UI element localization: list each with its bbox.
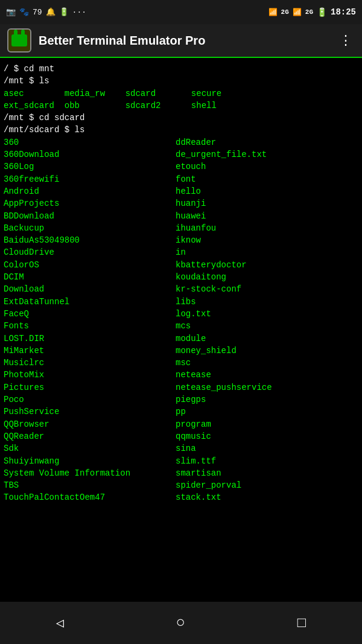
terminal-col-right: netease	[176, 369, 211, 381]
terminal-line: /mnt $ ls	[4, 75, 358, 87]
app-icon	[7, 28, 31, 53]
terminal-line: Backucupihuanfou	[4, 222, 358, 234]
terminal-line: QQReaderqqmusic	[4, 430, 358, 442]
terminal-col-right: etouch	[176, 161, 206, 173]
status-icon-1: 📷	[6, 7, 16, 17]
title-bar: Better Terminal Emulator Pro ⋮	[0, 24, 362, 58]
status-battery-text: 79	[33, 8, 42, 17]
terminal-col-right: smartisan	[176, 467, 221, 479]
terminal-col-left: PhotoMix	[4, 369, 176, 381]
nav-bar	[0, 602, 362, 644]
terminal-col-right: huanji	[176, 197, 206, 209]
terminal-col-right: huawei	[176, 210, 206, 222]
terminal-line: 360Downloadde_urgent_file.txt	[4, 148, 358, 161]
terminal-col-left: Musiclrc	[4, 357, 176, 369]
terminal-col-right: font	[176, 173, 196, 185]
app-title: Better Terminal Emulator Pro	[39, 34, 337, 48]
terminal-line: System Volume Informationsmartisan	[4, 467, 358, 479]
terminal-col-right: module	[176, 333, 206, 345]
terminal-line: Picturesnetease_pushservice	[4, 381, 358, 394]
terminal-col-right: kbatterydoctor	[176, 259, 247, 271]
terminal-line: 360ddReader	[4, 136, 358, 148]
terminal-col-left: LOST.DIR	[4, 333, 176, 345]
terminal-col-left: PushService	[4, 406, 176, 418]
terminal-col-right: spider_porval	[176, 479, 241, 491]
terminal-col-right: piegps	[176, 394, 206, 406]
terminal-col-left: BDDownload	[4, 210, 176, 222]
terminal-line: Fontsmcs	[4, 320, 358, 332]
status-icon-2: 🐾	[19, 7, 29, 17]
menu-button[interactable]: ⋮	[337, 33, 355, 49]
terminal-line: asec media_rw sdcard secure	[4, 88, 358, 100]
terminal-col-left: MiMarket	[4, 345, 176, 357]
terminal-col-left: 360	[4, 136, 176, 148]
terminal-line: /mnt $ cd sdcard	[4, 112, 358, 124]
terminal-col-left: BaiduAs53049800	[4, 234, 176, 246]
terminal-col-right: slim.ttf	[176, 455, 216, 467]
terminal-col-left: Pictures	[4, 381, 176, 394]
back-button[interactable]	[38, 609, 82, 637]
terminal-col-left: Shuiyinwang	[4, 455, 176, 467]
terminal-line: CloudDrivein	[4, 246, 358, 258]
terminal-col-left: Poco	[4, 394, 176, 406]
terminal-col-right: kr-stock-conf	[176, 283, 241, 295]
terminal-line: ColorOSkbatterydoctor	[4, 259, 358, 271]
terminal-col-right: sina	[176, 442, 196, 454]
terminal-line: ExtDataTunnellibs	[4, 296, 358, 308]
terminal-col-left: Backucup	[4, 222, 176, 234]
app-icon-inner	[11, 34, 27, 46]
terminal-col-left: 360Log	[4, 161, 176, 173]
recents-button[interactable]	[279, 609, 324, 637]
terminal-col-right: ihuanfou	[176, 222, 216, 234]
terminal-line: Musiclrcmsc	[4, 357, 358, 369]
terminal-col-right: hello	[176, 185, 201, 197]
terminal-col-right: pp	[176, 406, 186, 418]
terminal-line: PushServicepp	[4, 406, 358, 418]
terminal-line: FaceQlog.txt	[4, 308, 358, 320]
battery-icon: 🔋	[317, 7, 327, 18]
terminal-line: PhotoMixnetease	[4, 369, 358, 381]
terminal-col-left: AppProjects	[4, 197, 176, 209]
terminal-line: Shuiyinwangslim.ttf	[4, 455, 358, 467]
terminal-col-right: log.txt	[176, 308, 211, 320]
terminal-col-right: in	[176, 246, 186, 258]
status-bar: 📷 🐾 79 🔔 🔋 ··· 📶 2G 📶 2G 🔋 18:25	[0, 0, 362, 24]
terminal-line: MiMarketmoney_shield	[4, 345, 358, 357]
terminal-col-left: 360freewifi	[4, 173, 176, 185]
status-icon-3: 🔔	[46, 7, 56, 17]
terminal-line: DCIMkoudaitong	[4, 271, 358, 283]
status-icon-4: 🔋	[59, 7, 69, 17]
terminal-line: QQBrowserprogram	[4, 418, 358, 430]
time-display: 18:25	[331, 7, 356, 17]
terminal-col-right: netease_pushservice	[176, 381, 272, 394]
terminal-col-right: stack.txt	[176, 491, 221, 503]
terminal-col-left: FaceQ	[4, 308, 176, 320]
terminal-col-left: TouchPalContactOem47	[4, 491, 176, 503]
terminal-col-right: qqmusic	[176, 430, 211, 442]
terminal-col-right: de_urgent_file.txt	[176, 148, 267, 161]
terminal-line: Androidhello	[4, 185, 358, 197]
terminal-col-right: iknow	[176, 234, 201, 246]
terminal-col-right: libs	[176, 296, 196, 308]
terminal-output[interactable]: / $ cd mnt/mnt $ lsasec media_rw sdcard …	[0, 58, 362, 602]
terminal-line: Sdksina	[4, 442, 358, 454]
terminal-col-left: Download	[4, 283, 176, 295]
terminal-line: 360freewififont	[4, 173, 358, 185]
terminal-col-right: koudaitong	[176, 271, 226, 283]
terminal-col-left: Android	[4, 185, 176, 197]
wifi-icon: 📶	[268, 8, 278, 17]
terminal-line: / $ cd mnt	[4, 63, 358, 75]
terminal-col-left: ExtDataTunnel	[4, 296, 176, 308]
terminal-line: /mnt/sdcard $ ls	[4, 124, 358, 136]
terminal-line: BDDownloadhuawei	[4, 210, 358, 222]
signal-text-1: 2G	[281, 8, 289, 16]
status-icon-5: ···	[72, 8, 86, 17]
terminal-line: AppProjectshuanji	[4, 197, 358, 209]
home-button[interactable]	[158, 608, 204, 638]
terminal-line: BaiduAs53049800iknow	[4, 234, 358, 246]
terminal-col-right: ddReader	[176, 136, 216, 148]
terminal-col-left: CloudDrive	[4, 246, 176, 258]
terminal-line: LOST.DIRmodule	[4, 333, 358, 345]
terminal-col-left: ColorOS	[4, 259, 176, 271]
terminal-col-left: Sdk	[4, 442, 176, 454]
